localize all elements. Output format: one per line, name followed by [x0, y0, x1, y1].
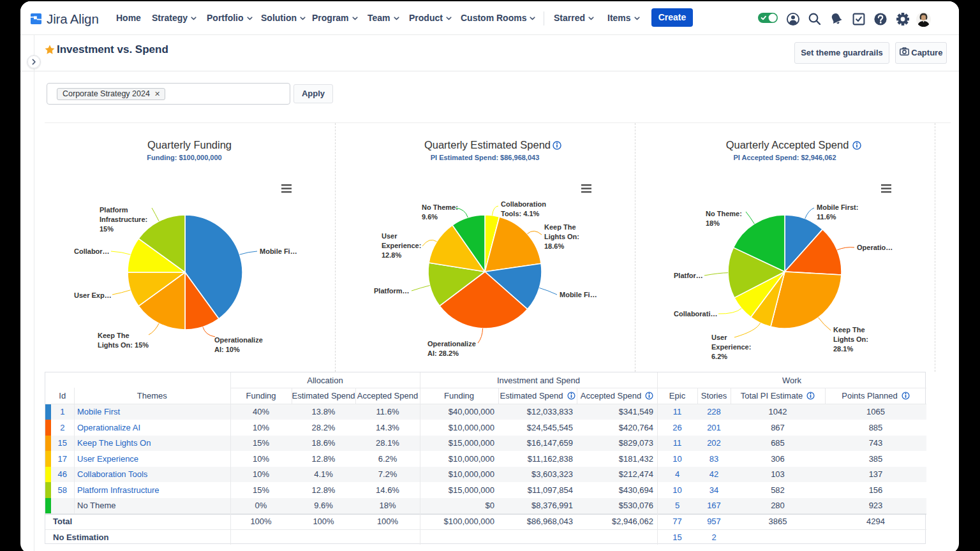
svg-text:Mobile First:11.6%: Mobile First:11.6%	[817, 203, 858, 221]
svg-text:Quarterly Accepted Spend: Quarterly Accepted Spend	[726, 139, 849, 151]
svg-text:OperationalizeAI: 28.2%: OperationalizeAI: 28.2%	[427, 340, 476, 357]
svg-text:Keep TheLights On:18.6%: Keep TheLights On:18.6%	[544, 223, 579, 250]
svg-text:Collabor…: Collabor…	[74, 247, 110, 255]
svg-text:CollaborationTools: 4.1%: CollaborationTools: 4.1%	[501, 200, 546, 217]
svg-text:Quarterly Estimated Spend: Quarterly Estimated Spend	[424, 139, 551, 151]
svg-text:Keep TheLights On: 15%: Keep TheLights On: 15%	[98, 332, 149, 349]
svg-text:PlatformInfrastructure:15%: PlatformInfrastructure:15%	[100, 206, 147, 233]
svg-text:OperationalizeAI: 10%: OperationalizeAI: 10%	[214, 336, 263, 353]
svg-text:Keep TheLights On:28.1%: Keep TheLights On:28.1%	[833, 326, 868, 353]
svg-text:Collaborati…: Collaborati…	[674, 310, 717, 318]
svg-text:Funding: $100,000,000: Funding: $100,000,000	[147, 154, 221, 161]
svg-text:No Theme:18%: No Theme:18%	[706, 210, 742, 227]
svg-text:PI Accepted Spend: $2,946,062: PI Accepted Spend: $2,946,062	[734, 154, 836, 161]
svg-text:UserExperience:12.8%: UserExperience:12.8%	[382, 232, 421, 259]
svg-text:User Exp…: User Exp…	[74, 291, 112, 299]
svg-text:Mobile Fi…: Mobile Fi…	[260, 247, 297, 255]
svg-text:No Theme:9.6%: No Theme:9.6%	[422, 203, 458, 221]
svg-text:UserExperience:6.2%: UserExperience:6.2%	[711, 334, 751, 360]
svg-text:Operatio…: Operatio…	[857, 244, 893, 251]
svg-text:Mobile Fi…: Mobile Fi…	[560, 291, 597, 298]
svg-text:Platform…: Platform…	[374, 287, 410, 295]
svg-text:PI Estimated Spend: $86,968,04: PI Estimated Spend: $86,968,043	[431, 154, 540, 161]
svg-text:Platfor…: Platfor…	[674, 272, 703, 279]
svg-text:Quarterly Funding: Quarterly Funding	[147, 139, 232, 151]
